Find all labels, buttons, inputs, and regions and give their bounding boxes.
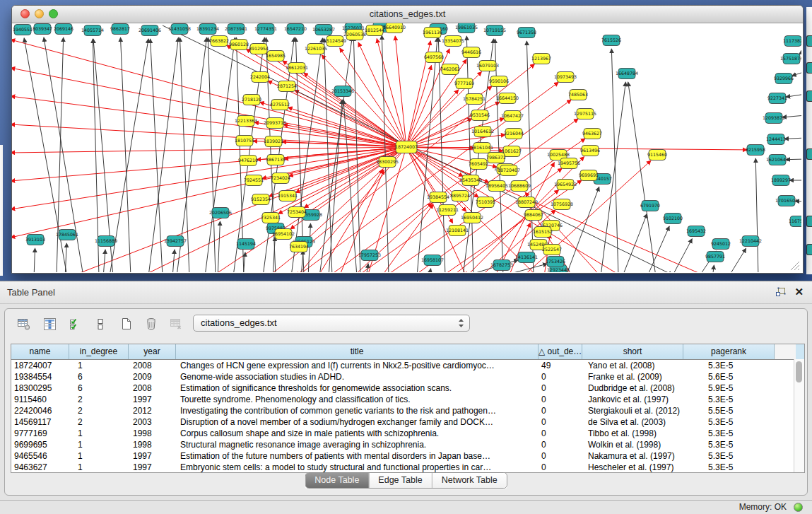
column-header-title[interactable]: title bbox=[176, 344, 539, 359]
graph-node[interactable]: 14055714 bbox=[81, 25, 104, 36]
graph-node[interactable]: 19654923 bbox=[554, 180, 577, 190]
graph-node[interactable]: 19495756 bbox=[558, 158, 580, 169]
graph-node[interactable]: 8215958 bbox=[746, 145, 765, 156]
graph-node[interactable]: 1812544 bbox=[365, 25, 384, 36]
graph-node[interactable]: 20206506 bbox=[209, 208, 232, 218]
graph-node[interactable]: 18161041 bbox=[471, 143, 493, 153]
table-selector-dropdown[interactable]: citations_edges.txt bbox=[193, 315, 470, 332]
graph-node[interactable]: 1915341 bbox=[278, 191, 298, 201]
graph-node[interactable]: 3216044 bbox=[504, 129, 524, 139]
graph-node[interactable]: 3867135 bbox=[266, 155, 286, 165]
table-row[interactable]: 911546021997Tourette syndrome. Phenomeno… bbox=[11, 394, 804, 405]
graph-node[interactable]: 10164612 bbox=[471, 127, 494, 137]
graph-node[interactable]: 1839021 bbox=[264, 136, 283, 147]
graph-node[interactable]: 16648784 bbox=[616, 69, 638, 79]
graph-node[interactable]: 16079103 bbox=[476, 61, 499, 71]
graph-node[interactable]: 11156889 bbox=[95, 236, 117, 247]
graph-node[interactable]: 17016504 bbox=[775, 196, 798, 206]
column-header-short[interactable]: short bbox=[582, 344, 683, 359]
graph-node[interactable]: 7462062 bbox=[440, 64, 460, 75]
graph-node[interactable]: 10756928 bbox=[551, 199, 573, 210]
graph-node[interactable]: 16782753 bbox=[490, 260, 513, 271]
graph-node[interactable]: 16640910 bbox=[383, 23, 406, 33]
table-scrollbar[interactable] bbox=[794, 359, 804, 472]
tab-node-table[interactable]: Node Table bbox=[305, 473, 368, 488]
graph-node[interactable]: 16644150 bbox=[496, 93, 519, 104]
graph-node[interactable]: 7663822 bbox=[209, 36, 229, 47]
graph-node[interactable]: 9777169 bbox=[454, 78, 474, 89]
graph-node[interactable]: 9446616 bbox=[461, 47, 481, 58]
graph-node[interactable]: 15435340 bbox=[459, 175, 482, 186]
graph-node[interactable]: 17845061 bbox=[56, 230, 78, 240]
graph-node[interactable]: 6791970 bbox=[640, 201, 660, 211]
close-panel-icon[interactable]: ✕ bbox=[794, 286, 804, 298]
tab-network-table[interactable]: Network Table bbox=[432, 473, 507, 488]
graph-node[interactable]: 18724007 bbox=[395, 141, 418, 153]
graph-node[interactable]: 20993710 bbox=[264, 118, 286, 129]
graph-node[interactable]: 16547210 bbox=[284, 24, 307, 35]
graph-node[interactable]: 9102100 bbox=[663, 214, 683, 224]
graph-node[interactable]: 1244413 bbox=[766, 134, 786, 145]
graph-node[interactable]: 12093872 bbox=[763, 113, 785, 124]
graph-node[interactable]: 3913103 bbox=[25, 235, 45, 245]
graph-node[interactable]: 9245012 bbox=[711, 239, 731, 250]
graph-node[interactable]: 9857791 bbox=[705, 252, 725, 262]
graph-node[interactable]: 8039347 bbox=[33, 24, 52, 35]
graph-node[interactable]: 1167531 bbox=[789, 216, 801, 227]
column-header-name[interactable]: name bbox=[11, 344, 69, 359]
graph-node[interactable]: 7615526 bbox=[601, 35, 621, 46]
resize-grip-icon[interactable] bbox=[789, 259, 800, 271]
graph-node[interactable]: 20873941 bbox=[225, 24, 247, 35]
column-header-pagerank[interactable]: pagerank bbox=[683, 344, 775, 359]
graph-node[interactable]: 16954102 bbox=[272, 229, 295, 240]
table-row[interactable]: 1872400712008Changes of HCN gene express… bbox=[11, 360, 804, 371]
graph-node[interactable]: 12774351 bbox=[254, 24, 277, 35]
graph-node[interactable]: 9152354 bbox=[251, 194, 271, 205]
graph-node[interactable]: 9329966 bbox=[774, 74, 794, 84]
graph-node[interactable]: 9463627 bbox=[582, 129, 602, 139]
graph-node[interactable]: 15124549 bbox=[324, 36, 346, 47]
table-row[interactable]: 1456911722003Disruption of a novel membe… bbox=[11, 416, 804, 428]
graph-node[interactable]: 10647427 bbox=[501, 111, 524, 122]
graph-node[interactable]: 7253404 bbox=[287, 207, 307, 218]
graph-node[interactable]: 9671358 bbox=[517, 28, 536, 38]
graph-node[interactable]: 9613496 bbox=[580, 146, 600, 156]
float-window-icon[interactable] bbox=[775, 287, 786, 297]
table-panel-header[interactable]: Table Panel ✕ bbox=[0, 281, 812, 304]
graph-node[interactable]: 18720407 bbox=[498, 165, 520, 176]
graph-node[interactable]: 14136141 bbox=[515, 252, 538, 263]
column-header-in_degree[interactable]: in_degree bbox=[69, 344, 129, 359]
graph-node[interactable]: 10719155 bbox=[483, 25, 506, 36]
table-row[interactable]: 1938455462009Genome-wide association stu… bbox=[11, 371, 804, 382]
graph-node[interactable]: 1615152 bbox=[533, 227, 553, 238]
graph-node[interactable]: 1753426 bbox=[546, 257, 565, 267]
graph-node[interactable]: 18300295 bbox=[376, 157, 399, 168]
table-row[interactable]: 946362711997Embryonic stem cells: a mode… bbox=[11, 462, 804, 473]
graph-node[interactable]: 2522547 bbox=[542, 245, 562, 255]
graph-node[interactable]: 8895724 bbox=[450, 191, 470, 201]
graph-node[interactable]: 12261035 bbox=[305, 44, 327, 54]
graph-node[interactable]: 12213363 bbox=[235, 116, 257, 127]
graph-node[interactable]: 9531546 bbox=[470, 110, 490, 121]
graph-node[interactable]: 1117382 bbox=[783, 36, 801, 47]
graph-node[interactable]: 2069146 bbox=[54, 24, 73, 35]
graph-node[interactable]: 2718120 bbox=[242, 95, 261, 105]
graph-node[interactable]: 1695432 bbox=[686, 226, 706, 237]
graph-node[interactable]: 1961136 bbox=[423, 28, 442, 38]
table-row[interactable]: 977716911998Corpus callosum shape and si… bbox=[11, 428, 804, 439]
graph-node[interactable]: 1213967 bbox=[531, 54, 551, 64]
graph-node[interactable]: 1145194 bbox=[236, 239, 256, 250]
graph-node[interactable]: 20153346 bbox=[331, 86, 354, 97]
graph-node[interactable]: 13942757 bbox=[164, 236, 187, 247]
graph-node[interactable]: 7986372 bbox=[486, 153, 506, 163]
graph-node[interactable]: 18391234 bbox=[196, 24, 219, 35]
graph-node[interactable]: 16950412 bbox=[461, 213, 483, 223]
graph-node[interactable]: 7234024 bbox=[271, 173, 290, 184]
table-row[interactable]: 946554611997Estimation of the future num… bbox=[11, 450, 804, 462]
delete-column-icon[interactable] bbox=[141, 315, 162, 333]
column-header-year[interactable]: year bbox=[129, 344, 176, 359]
graph-node[interactable]: 12975115 bbox=[574, 109, 596, 119]
graph-node[interactable]: 2871254 bbox=[277, 81, 297, 92]
new-column-icon[interactable] bbox=[115, 315, 136, 333]
graph-node[interactable]: 7485063 bbox=[568, 90, 588, 100]
